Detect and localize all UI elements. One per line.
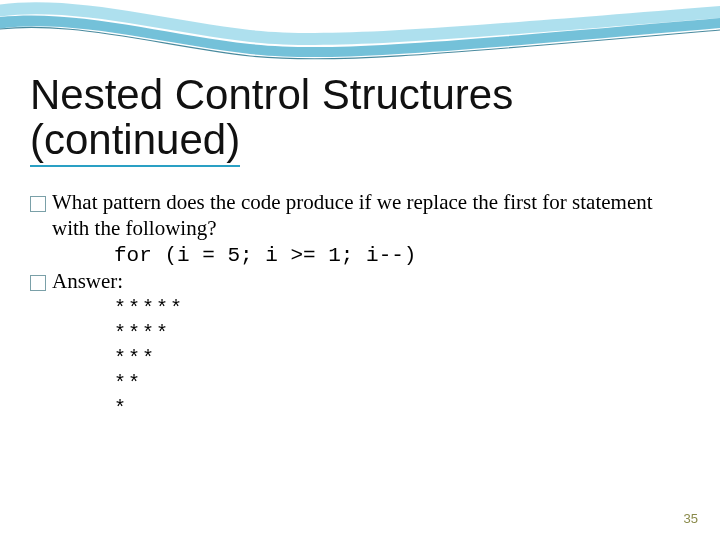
output-line-4: ** [114,371,680,396]
bullet-item-2: Answer: [30,269,680,295]
page-number: 35 [684,511,698,526]
bullet-item-1: What pattern does the code produce if we… [30,190,680,241]
slide: Nested Control Structures (continued) Wh… [0,0,720,540]
slide-body: What pattern does the code produce if we… [30,190,680,421]
square-bullet-icon [30,275,46,291]
output-line-1: ***** [114,296,680,321]
bullet-2-text: Answer: [52,269,680,295]
output-line-5: * [114,396,680,421]
bullet-1-text: What pattern does the code produce if we… [52,190,680,241]
square-bullet-icon [30,196,46,212]
decorative-wave [0,0,720,80]
slide-title: Nested Control Structures (continued) [30,72,690,167]
title-line-2: (continued) [30,117,240,166]
output-line-3: *** [114,346,680,371]
code-line: for (i = 5; i >= 1; i--) [114,243,680,269]
title-line-1: Nested Control Structures [30,71,513,118]
output-line-2: **** [114,321,680,346]
